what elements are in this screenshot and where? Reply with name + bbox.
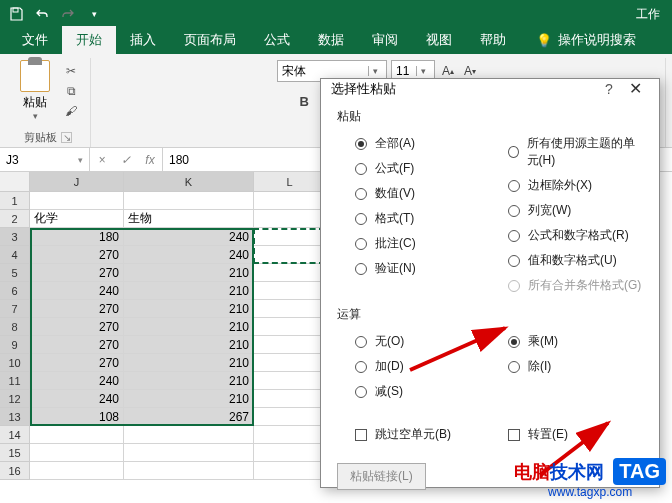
tab-home[interactable]: 开始 — [62, 26, 116, 54]
help-icon[interactable]: ? — [597, 81, 621, 97]
cell[interactable] — [254, 336, 326, 354]
cell[interactable]: 270 — [30, 246, 124, 264]
tab-file[interactable]: 文件 — [8, 26, 62, 54]
radio-validation[interactable]: 验证(N) — [337, 256, 490, 281]
cell[interactable] — [254, 372, 326, 390]
cell[interactable]: 生物 — [124, 210, 254, 228]
cell[interactable] — [124, 462, 254, 480]
row-header[interactable]: 5 — [0, 264, 30, 282]
tell-me-search[interactable]: 💡 操作说明搜索 — [528, 26, 644, 54]
tab-help[interactable]: 帮助 — [466, 26, 520, 54]
cell[interactable]: 210 — [124, 390, 254, 408]
save-icon[interactable] — [4, 3, 28, 25]
cell[interactable]: 267 — [124, 408, 254, 426]
bold-button[interactable]: B — [292, 90, 316, 112]
chevron-down-icon[interactable]: ▾ — [416, 66, 430, 76]
row-header[interactable]: 9 — [0, 336, 30, 354]
check-skip-blanks[interactable]: 跳过空单元(B) — [337, 422, 490, 447]
cell[interactable]: 180 — [30, 228, 124, 246]
col-header-K[interactable]: K — [124, 172, 254, 192]
clipboard-launcher-icon[interactable]: ↘ — [61, 132, 72, 143]
cell[interactable]: 210 — [124, 336, 254, 354]
col-header-J[interactable]: J — [30, 172, 124, 192]
cut-icon[interactable]: ✂ — [60, 62, 82, 80]
fx-icon[interactable]: fx — [138, 153, 162, 167]
radio-source-theme[interactable]: 所有使用源主题的单元(H) — [490, 131, 643, 173]
row-header[interactable]: 10 — [0, 354, 30, 372]
radio-formats[interactable]: 格式(T) — [337, 206, 490, 231]
cell[interactable]: 270 — [30, 318, 124, 336]
tab-view[interactable]: 视图 — [412, 26, 466, 54]
cell[interactable]: 210 — [124, 318, 254, 336]
cell[interactable] — [30, 462, 124, 480]
cell[interactable]: 270 — [30, 300, 124, 318]
cell[interactable] — [254, 354, 326, 372]
cell[interactable]: 240 — [30, 390, 124, 408]
radio-subtract[interactable]: 减(S) — [337, 379, 490, 404]
radio-divide[interactable]: 除(I) — [490, 354, 643, 379]
cell[interactable]: 化学 — [30, 210, 124, 228]
radio-multiply[interactable]: 乘(M) — [490, 329, 643, 354]
cell[interactable] — [254, 462, 326, 480]
row-header[interactable]: 16 — [0, 462, 30, 480]
row-header[interactable]: 11 — [0, 372, 30, 390]
cell-area[interactable]: 化学生物 18024027024027021024021027021027021… — [30, 192, 326, 480]
radio-formulas[interactable]: 公式(F) — [337, 156, 490, 181]
cell[interactable]: 240 — [30, 372, 124, 390]
chevron-down-icon[interactable]: ▾ — [78, 155, 83, 165]
radio-values[interactable]: 数值(V) — [337, 181, 490, 206]
cell[interactable] — [254, 282, 326, 300]
chevron-down-icon[interactable]: ▾ — [368, 66, 382, 76]
dialog-titlebar[interactable]: 选择性粘贴 ? ✕ — [321, 79, 659, 98]
row-header[interactable]: 13 — [0, 408, 30, 426]
radio-values-num[interactable]: 值和数字格式(U) — [490, 248, 643, 273]
copy-icon[interactable]: ⧉ — [60, 82, 82, 100]
cell[interactable]: 210 — [124, 372, 254, 390]
cell[interactable] — [254, 192, 326, 210]
name-box[interactable]: J3 ▾ — [0, 148, 90, 171]
paste-button[interactable]: 粘贴 ▾ — [14, 58, 56, 123]
cell[interactable] — [124, 444, 254, 462]
radio-comments[interactable]: 批注(C) — [337, 231, 490, 256]
select-all-corner[interactable] — [0, 172, 30, 192]
enter-icon[interactable]: ✓ — [114, 153, 138, 167]
check-transpose[interactable]: 转置(E) — [490, 422, 643, 447]
row-header[interactable]: 15 — [0, 444, 30, 462]
row-header[interactable]: 14 — [0, 426, 30, 444]
cell[interactable] — [254, 318, 326, 336]
cell[interactable]: 270 — [30, 354, 124, 372]
cell[interactable]: 240 — [30, 282, 124, 300]
row-header[interactable]: 2 — [0, 210, 30, 228]
col-header-L[interactable]: L — [254, 172, 326, 192]
cell[interactable] — [30, 192, 124, 210]
qat-customize-icon[interactable]: ▾ — [82, 3, 106, 25]
cell[interactable] — [254, 228, 326, 246]
radio-add[interactable]: 加(D) — [337, 354, 490, 379]
cell[interactable] — [30, 444, 124, 462]
radio-no-borders[interactable]: 边框除外(X) — [490, 173, 643, 198]
cell[interactable] — [254, 444, 326, 462]
cell[interactable] — [254, 408, 326, 426]
cell[interactable]: 210 — [124, 282, 254, 300]
undo-icon[interactable] — [30, 3, 54, 25]
cell[interactable] — [30, 426, 124, 444]
close-icon[interactable]: ✕ — [621, 79, 649, 98]
row-header[interactable]: 1 — [0, 192, 30, 210]
cell[interactable] — [254, 390, 326, 408]
row-header[interactable]: 6 — [0, 282, 30, 300]
cell[interactable]: 210 — [124, 264, 254, 282]
cell[interactable] — [254, 246, 326, 264]
radio-formulas-num[interactable]: 公式和数字格式(R) — [490, 223, 643, 248]
cell[interactable]: 240 — [124, 228, 254, 246]
cell[interactable]: 108 — [30, 408, 124, 426]
radio-all[interactable]: 全部(A) — [337, 131, 490, 156]
cell[interactable]: 270 — [30, 264, 124, 282]
cell[interactable]: 240 — [124, 246, 254, 264]
radio-column-widths[interactable]: 列宽(W) — [490, 198, 643, 223]
row-header[interactable]: 3 — [0, 228, 30, 246]
tab-data[interactable]: 数据 — [304, 26, 358, 54]
cell[interactable] — [254, 426, 326, 444]
row-header[interactable]: 8 — [0, 318, 30, 336]
row-header[interactable]: 7 — [0, 300, 30, 318]
tab-layout[interactable]: 页面布局 — [170, 26, 250, 54]
